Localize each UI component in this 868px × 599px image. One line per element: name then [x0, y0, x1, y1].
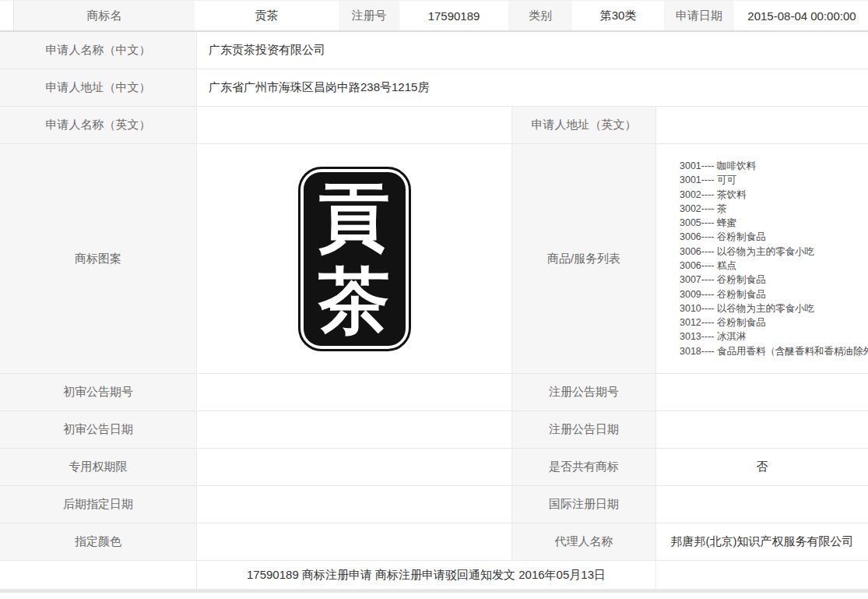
goods-service-item: 3007---- 谷粉制食品: [680, 273, 868, 287]
logo-character-top: 貢: [318, 178, 390, 255]
category-label: 类别: [508, 1, 572, 30]
goods-service-item: 3002---- 茶饮料: [680, 188, 868, 202]
row-status-footer: 17590189 商标注册申请 商标注册申请驳回通知发文 2016年05月13日: [0, 561, 868, 590]
goods-service-item: 3013---- 冰淇淋: [680, 329, 868, 344]
application-status-text: 17590189 商标注册申请 商标注册申请驳回通知发文 2016年05月13日: [197, 561, 656, 589]
applicant-address-cn-label: 申请人地址（中文）: [0, 69, 197, 106]
applicant-name-en-value: [197, 107, 512, 143]
first-trial-publication-no-label: 初审公告期号: [0, 374, 197, 410]
goods-service-item: 3012---- 谷粉制食品: [680, 315, 868, 329]
goods-service-item: 3006---- 谷粉制食品: [680, 230, 868, 244]
row-applicant-en: 申请人名称（英文） 申请人地址（英文）: [0, 107, 868, 144]
goods-service-item: 3005---- 蜂蜜: [680, 216, 868, 230]
goods-service-item: 3001---- 咖啡饮料: [680, 159, 868, 173]
logo-character-bottom: 茶: [318, 262, 390, 340]
registration-publication-no-label: 注册公告期号: [512, 374, 656, 410]
goods-service-item: 3009---- 谷粉制食品: [680, 287, 868, 301]
category-value: 第30类: [574, 1, 662, 30]
row-later-designation: 后期指定日期 国际注册日期: [0, 486, 868, 523]
registration-publication-date-label: 注册公告日期: [512, 411, 656, 448]
registration-number-value: 17590189: [401, 1, 507, 30]
applicant-name-cn-label: 申请人名称（中文）: [0, 32, 197, 69]
row-applicant-address-cn: 申请人地址（中文） 广东省广州市海珠区昌岗中路238号1215房: [0, 69, 868, 107]
trademark-image-label: 商标图案: [0, 144, 197, 373]
row-publication-no: 初审公告期号 注册公告期号: [0, 374, 868, 411]
row-applicant-name-cn: 申请人名称（中文） 广东贡茶投资有限公司: [0, 32, 868, 69]
exclusive-right-period-value: [197, 449, 512, 485]
trademark-name-label: 商标名: [13, 1, 195, 30]
trademark-name-value: 贡茶: [196, 1, 337, 30]
later-designation-date-value: [197, 486, 512, 523]
applicant-name-en-label: 申请人名称（英文）: [0, 107, 197, 143]
goods-service-item: 3018---- 食品用香料（含醚香料和香精油除外: [680, 344, 868, 358]
row-designated-color: 指定颜色 代理人名称 邦唐邦(北京)知识产权服务有限公司: [0, 523, 868, 561]
applicant-address-en-value: [656, 107, 868, 143]
registration-publication-no-value: [656, 374, 868, 410]
registration-publication-date-value: [656, 411, 868, 448]
goods-services-cell: 3001---- 咖啡饮料3001---- 可可3002---- 茶饮料3002…: [656, 144, 868, 373]
goods-services-label: 商品/服务列表: [512, 144, 656, 373]
applicant-address-en-label: 申请人地址（英文）: [512, 107, 656, 143]
footer-spacer-cell: [656, 561, 868, 589]
applicant-address-cn-value: 广东省广州市海珠区昌岗中路238号1215房: [197, 69, 868, 106]
shared-trademark-label: 是否共有商标: [512, 449, 656, 485]
footer-empty-cell: [0, 561, 197, 589]
shared-trademark-value: 否: [656, 449, 868, 485]
trademark-image-cell: 貢 茶: [197, 144, 512, 373]
goods-service-item: 3001---- 可可: [680, 173, 868, 187]
intl-registration-date-label: 国际注册日期: [512, 486, 656, 523]
registration-number-label: 注册号: [339, 1, 399, 30]
first-trial-publication-date-value: [197, 411, 512, 448]
goods-service-item: 3006---- 以谷物为主的零食小吃: [680, 245, 868, 259]
intl-registration-date-value: [656, 486, 868, 523]
page-background-strip: [0, 590, 868, 593]
goods-services-list: 3001---- 咖啡饮料3001---- 可可3002---- 茶饮料3002…: [680, 159, 868, 358]
agent-name-value: 邦唐邦(北京)知识产权服务有限公司: [656, 523, 868, 560]
trademark-info-table: 商标名 贡茶 注册号 17590189 类别 第30类 申请日期 2015-08…: [0, 0, 868, 590]
header-inset: [0, 1, 13, 30]
designated-color-value: [197, 523, 512, 560]
application-date-value: 2015-08-04 00:00:00: [736, 1, 868, 30]
agent-name-label: 代理人名称: [512, 523, 656, 560]
designated-color-label: 指定颜色: [0, 523, 197, 560]
row-publication-date: 初审公告日期 注册公告日期: [0, 411, 868, 449]
first-trial-publication-no-value: [197, 374, 512, 410]
exclusive-right-period-label: 专用权期限: [0, 449, 197, 485]
row-trademark-image: 商标图案 貢 茶 商品/服务列表 3001---- 咖啡饮料3001---- 可…: [0, 144, 868, 374]
goods-service-item: 3002---- 茶: [680, 202, 868, 216]
trademark-logo-seal: 貢 茶: [304, 172, 406, 346]
first-trial-publication-date-label: 初审公告日期: [0, 411, 197, 448]
header-row: 商标名 贡茶 注册号 17590189 类别 第30类 申请日期 2015-08…: [0, 1, 868, 32]
later-designation-date-label: 后期指定日期: [0, 486, 197, 523]
applicant-name-cn-value: 广东贡茶投资有限公司: [197, 32, 868, 69]
trademark-logo-image: 貢 茶: [298, 167, 411, 351]
goods-service-item: 3006---- 糕点: [680, 259, 868, 273]
goods-service-item: 3010---- 以谷物为主的零食小吃: [680, 301, 868, 315]
row-exclusive-period: 专用权期限 是否共有商标 否: [0, 449, 868, 486]
application-date-label: 申请日期: [664, 1, 734, 30]
